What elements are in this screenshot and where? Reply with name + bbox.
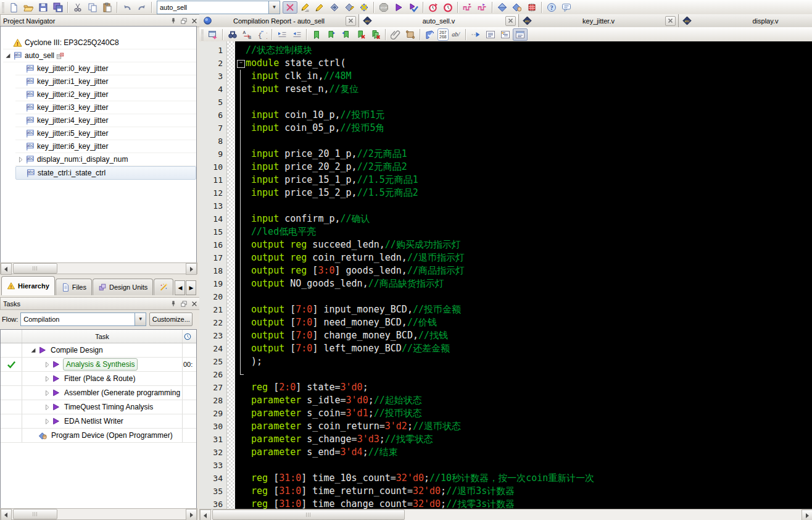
project-selector[interactable]: auto_sell▼ — [157, 1, 280, 14]
chip-planner-button[interactable] — [524, 1, 539, 14]
code-line[interactable] — [235, 135, 812, 148]
code-line[interactable]: //led低电平亮 — [235, 225, 812, 238]
editor-hscrollbar[interactable] — [199, 509, 812, 520]
project-tree-hscrollbar[interactable] — [0, 262, 197, 274]
scrollbar-thumb[interactable] — [13, 263, 57, 274]
timequest-analyzer-button[interactable] — [426, 1, 441, 14]
tree-item-key-jitter-i3-key-jitter[interactable]: abckey_jitter:i3_key_jitter — [15, 101, 196, 114]
redo-button[interactable] — [135, 1, 149, 14]
time-column-header[interactable] — [182, 330, 196, 343]
assignment-diamond-button[interactable] — [342, 1, 357, 14]
document-tab-display-v[interactable]: abcdisplay.v — [679, 14, 812, 27]
chevron-down-icon[interactable]: ▼ — [268, 1, 280, 14]
task-row-assembler-generate-programming-files-[interactable]: Assembler (Generate programming files) — [1, 386, 196, 400]
bookmark-delete-all-button[interactable] — [368, 28, 383, 41]
indent-decrease-button[interactable] — [289, 28, 304, 41]
tasks-table-header[interactable]: Task — [1, 330, 196, 343]
scrollbar-thumb[interactable] — [13, 509, 57, 519]
code-line[interactable]: parameter s_change=3'd3;//找零状态 — [235, 433, 812, 446]
code-line[interactable]: input confirm_p,//确认 — [235, 212, 812, 225]
tasks-hscrollbar[interactable] — [0, 508, 197, 520]
code-line[interactable]: parameter s_end=3'd4;//结束 — [235, 446, 812, 459]
format-view-3-button[interactable] — [513, 28, 528, 41]
help-button[interactable]: ? — [544, 1, 559, 14]
code-line[interactable]: input clk_in,//48M — [235, 70, 812, 83]
tab-wand[interactable] — [154, 279, 173, 295]
code-line[interactable]: reg [2:0] state=3'd0; — [235, 381, 812, 394]
pin-icon[interactable] — [168, 300, 178, 308]
format-view-1-button[interactable] — [483, 28, 498, 41]
stop-processing-button[interactable]: STOP — [376, 1, 391, 14]
rtl-simulation-button[interactable] — [475, 1, 490, 14]
task-row-program-device-open-programmer-[interactable]: Program Device (Open Programmer) — [1, 429, 196, 443]
tab-files[interactable]: Files — [56, 279, 92, 295]
bookmark-toggle-button[interactable] — [309, 28, 324, 41]
code-editor[interactable]: 1234567891011121314151617181920212223242… — [199, 41, 812, 509]
code-line[interactable] — [235, 459, 812, 472]
tab-hierarchy[interactable]: !Hierarchy — [1, 276, 55, 295]
start-analysis-synthesis-button[interactable] — [406, 1, 421, 14]
tree-item-key-jitter-i1-key-jitter[interactable]: abckey_jitter:i1_key_jitter — [15, 75, 196, 88]
undo-button[interactable] — [120, 1, 135, 14]
tree-item-key-jitter-i4-key-jitter[interactable]: abckey_jitter:i4_key_jitter — [15, 114, 196, 127]
code-line[interactable]: reg [31:0] time_change_count=32'd0;//找零3… — [235, 498, 812, 509]
format-view-2-button[interactable] — [498, 28, 513, 41]
toggle-comment-button[interactable]: ab/ — [449, 28, 463, 41]
task-row-fitter-place-route-[interactable]: Fitter (Place & Route) — [1, 372, 196, 386]
editor-settings-button[interactable] — [205, 28, 220, 41]
pin-planner-button[interactable] — [510, 1, 524, 14]
goto-location-button[interactable] — [468, 28, 483, 41]
tree-item-display-num-i-display-num[interactable]: abcdisplay_num:i_display_num — [15, 153, 196, 166]
new-file-button[interactable] — [6, 1, 21, 14]
tree-item-state-ctrl-i-state-ctrl[interactable]: abcstate_ctrl:i_state_ctrl — [15, 166, 196, 180]
code-line[interactable]: output NO_goods_ledn,//商品缺货指示灯 — [235, 277, 812, 290]
code-line[interactable] — [235, 199, 812, 212]
code-line[interactable]: output [7:0] left_money_BCD//还差金额 — [235, 342, 812, 355]
fold-collapse-icon[interactable]: − — [235, 57, 246, 70]
copy-button[interactable] — [85, 1, 100, 14]
close-icon[interactable] — [189, 17, 199, 25]
code-line[interactable]: ); — [235, 355, 812, 368]
tree-expander-icon[interactable] — [3, 52, 13, 60]
insert-template-button[interactable] — [403, 28, 418, 41]
code-line[interactable]: input price_20_2_p,//2元商品2 — [235, 161, 812, 174]
code-line[interactable]: input price_15_2_p,//1.5元商品2 — [235, 187, 812, 199]
tree-item-key-jitter-i2-key-jitter[interactable]: abckey_jitter:i2_key_jitter — [15, 88, 196, 101]
tree-item-key-jitter-i6-key-jitter[interactable]: abckey_jitter:i6_key_jitter — [15, 140, 196, 153]
task-expander-icon[interactable] — [42, 361, 52, 369]
code-line[interactable]: output [7:0] input_money_BCD,//投币金额 — [235, 303, 812, 316]
document-tab-key-jitter-v[interactable]: abckey_jitter.v — [519, 14, 679, 27]
tree-item-cyclone-iii-ep3c25q240c8[interactable]: !Cyclone III: EP3C25Q240C8 — [3, 36, 196, 49]
code-line[interactable]: −module state_ctrl( — [235, 57, 812, 70]
code-line[interactable]: input price_15_1_p,//1.5元商品1 — [235, 174, 812, 187]
code-line[interactable]: output reg [3:0] goods_ledn,//商品指示灯 — [235, 264, 812, 277]
settings-pencil-button[interactable] — [297, 1, 312, 14]
start-compilation-button[interactable] — [391, 1, 406, 14]
chevron-down-icon[interactable]: ▼ — [135, 313, 146, 325]
bookmark-prev-button[interactable] — [339, 28, 354, 41]
tree-expander-icon[interactable] — [15, 156, 25, 164]
save-button[interactable] — [36, 1, 51, 14]
tab-close-icon[interactable] — [665, 16, 676, 26]
task-expander-icon[interactable] — [42, 375, 52, 383]
code-line[interactable] — [235, 368, 812, 381]
code-line[interactable]: reg [31:0] time_10s_count=32'd0;//10秒计数器… — [235, 472, 812, 485]
scroll-left-icon[interactable] — [1, 263, 12, 275]
float-window-icon[interactable] — [179, 17, 188, 25]
code-line[interactable] — [235, 96, 812, 109]
tab-close-icon[interactable] — [346, 16, 356, 26]
insert-attachment-button[interactable] — [388, 28, 403, 41]
bookmark-next-button[interactable] — [324, 28, 339, 41]
tab-close-icon[interactable] — [505, 16, 516, 26]
code-line[interactable]: input coin_10_p,//投币1元 — [235, 109, 812, 122]
customize-button[interactable]: Customize... — [149, 312, 193, 326]
timing-clock-button[interactable] — [441, 1, 455, 14]
remove-assignments-button[interactable] — [357, 1, 371, 14]
tab-scroll-left-icon[interactable]: ◀ — [175, 280, 185, 295]
code-line[interactable]: input price_20_1_p,//2元商品1 — [235, 148, 812, 161]
pin-icon[interactable] — [168, 17, 178, 25]
close-icon[interactable] — [189, 300, 199, 308]
task-expander-icon[interactable] — [42, 403, 52, 411]
device-settings-button[interactable] — [283, 1, 297, 14]
tree-item-key-jitter-i5-key-jitter[interactable]: abckey_jitter:i5_key_jitter — [15, 127, 196, 140]
